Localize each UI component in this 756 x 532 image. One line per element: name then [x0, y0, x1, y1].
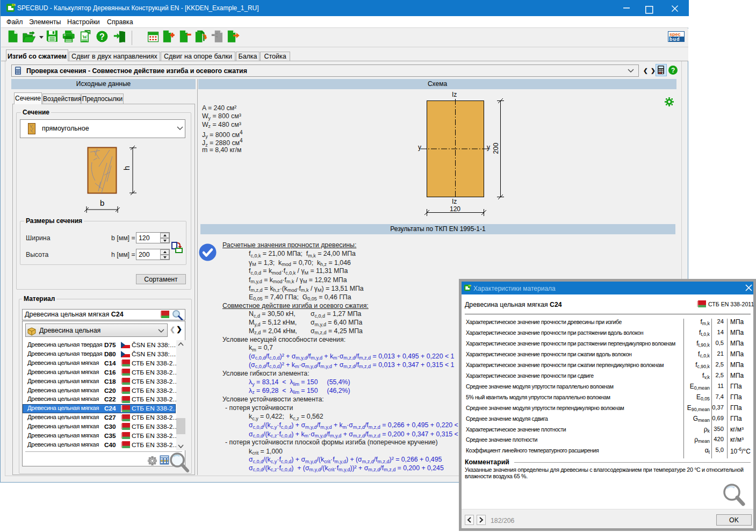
svg-text:Iz: Iz — [452, 198, 457, 205]
svg-text:120: 120 — [450, 205, 460, 213]
svg-text:b: b — [100, 198, 104, 207]
svg-text:h: h — [122, 166, 131, 170]
svg-text:200: 200 — [492, 143, 500, 154]
svg-text:EN: EN — [469, 285, 471, 287]
svg-text:W: W — [82, 34, 88, 40]
svg-text:EN: EN — [12, 3, 16, 6]
svg-text:Iz: Iz — [452, 91, 457, 98]
svg-text:?: ? — [99, 32, 105, 41]
svg-text:y: y — [487, 143, 490, 151]
svg-text:y: y — [418, 143, 421, 151]
